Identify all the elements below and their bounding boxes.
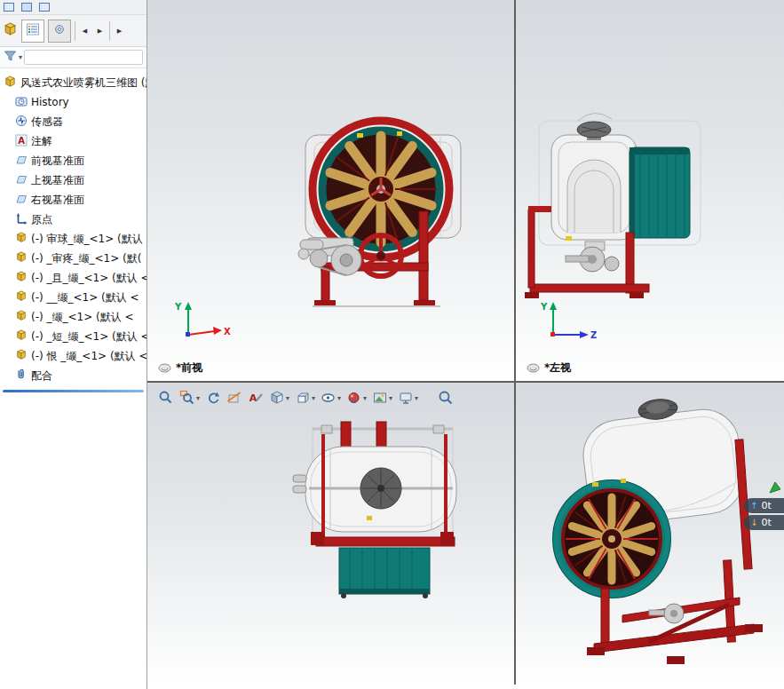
display-style-button[interactable]: ▾: [293, 386, 317, 409]
view-orientation-icon: [269, 390, 285, 406]
component-icon: [15, 349, 28, 363]
panel-expand-button[interactable]: ▶: [114, 22, 125, 40]
tree-item-label: (-) _短_缬_<1> (默认 <: [31, 329, 147, 344]
tree-item-annotations[interactable]: A 注解: [0, 131, 147, 151]
tree-item-label: (-) _缬_<1> (默认 <: [31, 310, 134, 325]
caret-down-icon: ▾: [389, 394, 392, 402]
viewport-front[interactable]: Y X *前视: [147, 0, 514, 381]
heads-up-toolbar: ▾ A: [156, 386, 455, 409]
pin-icon[interactable]: [39, 3, 50, 12]
tree-filter-input[interactable]: [24, 50, 143, 65]
axis-z-label: Z: [590, 330, 597, 340]
orientation-triad: Y Z: [539, 297, 601, 344]
tree-item-label: 前视基准面: [31, 154, 84, 169]
component-icon: [15, 251, 28, 265]
tree-item-component[interactable]: (-) _且_缬_<1> (默认 <: [0, 268, 147, 288]
tree-item-label: 上视基准面: [31, 173, 84, 188]
tree-item-top-plane[interactable]: 上视基准面: [0, 170, 147, 190]
tree-item-component[interactable]: (-) _短_缬_<1> (默认 <: [0, 327, 147, 346]
caret-down-icon: ▾: [196, 394, 200, 402]
tree-root-assembly[interactable]: 风送式农业喷雾机三维图 (默: [0, 73, 147, 92]
view-settings-button[interactable]: ▾: [396, 386, 420, 409]
rollback-bar[interactable]: [3, 390, 144, 392]
tab-feature-manager[interactable]: [21, 20, 44, 43]
tree-item-component[interactable]: (-) _审疼_缬_<1> (默(: [0, 249, 147, 268]
component-icon: [15, 232, 28, 246]
caret-down-icon: ▾: [337, 394, 341, 402]
section-view-icon: [226, 390, 242, 406]
annotation-view-icon: A: [248, 390, 264, 406]
tree-item-label: (-) _审疼_缬_<1> (默(: [31, 251, 141, 266]
caret-down-icon: ▾: [312, 394, 315, 402]
plane-icon: [15, 154, 28, 169]
tree-item-label: 传感器: [31, 115, 63, 130]
viewport-isometric[interactable]: ↑ 0t ↓ 0t: [516, 383, 784, 685]
tree-item-component[interactable]: (-) 审球_缬_<1> (默认 <: [0, 229, 147, 249]
component-icon: [15, 271, 28, 285]
svg-text:A: A: [18, 136, 25, 146]
origin-icon: [15, 212, 28, 227]
scene-icon: [372, 390, 388, 406]
magnifier-button[interactable]: [436, 386, 455, 409]
tree-item-history[interactable]: History: [0, 92, 147, 112]
zoom-to-area-button[interactable]: ▾: [178, 386, 202, 409]
funnel-caret-icon[interactable]: ▾: [19, 53, 22, 61]
tree-item-origin[interactable]: 原点: [0, 210, 147, 229]
caret-down-icon: ▾: [415, 394, 418, 402]
annotation-view-button[interactable]: A: [246, 386, 265, 409]
tree-item-front-plane[interactable]: 前视基准面: [0, 151, 147, 170]
tree-item-sensors[interactable]: 传感器: [0, 112, 147, 131]
magnifier-icon: [438, 390, 454, 406]
tree-item-component[interactable]: (-) 恨 _缬_<1> (默认 <: [0, 346, 147, 366]
assembly-icon: [4, 75, 17, 91]
model-render-top: [147, 383, 514, 685]
tree-item-label: (-) 恨 _缬_<1> (默认 <: [31, 349, 147, 364]
tree-item-component[interactable]: (-) _缬_<1> (默认 <: [0, 307, 147, 327]
component-icon: [15, 310, 28, 324]
feature-manager-panel: ◀ ▶ ▶ ▾: [0, 0, 147, 689]
window-icon[interactable]: [4, 3, 14, 12]
axis-y-label: Y: [540, 302, 548, 312]
zoom-to-fit-button[interactable]: [156, 386, 176, 409]
grid-icon[interactable]: [21, 3, 32, 12]
previous-view-icon: [205, 390, 221, 406]
tree-item-mates[interactable]: 配合: [0, 366, 147, 385]
assembly-document-icon: [3, 22, 18, 40]
tab-separator: [75, 21, 75, 41]
tree-item-label: 配合: [31, 368, 52, 384]
mini-toolbar: [0, 0, 147, 15]
tree-item-label: 原点: [31, 212, 52, 227]
tree-item-label: 右视基准面: [31, 193, 84, 208]
tree-filter-row: ▾: [0, 47, 147, 68]
axis-arrow-marker: [769, 480, 781, 497]
funnel-icon[interactable]: [4, 49, 17, 66]
model-render-isometric: [516, 383, 784, 685]
tree-item-right-plane[interactable]: 右视基准面: [0, 190, 147, 210]
overlay-down-value: 0t: [761, 517, 771, 528]
apply-scene-button[interactable]: ▾: [370, 386, 394, 409]
tab-property-manager[interactable]: [48, 20, 71, 43]
view-orientation-badge-icon: [158, 363, 171, 373]
solidworks-window: ◀ ▶ ▶ ▾: [0, 0, 784, 689]
tab-scroll-left-button[interactable]: ◀: [79, 22, 91, 40]
edit-appearance-button[interactable]: ▾: [344, 386, 368, 409]
plane-icon: [15, 193, 28, 208]
viewport-top[interactable]: ▾ A: [147, 383, 514, 685]
tree-item-label: (-) __缬_<1> (默认 <: [31, 290, 139, 305]
tree-item-label: 注解: [31, 134, 52, 149]
hide-show-items-button[interactable]: ▾: [319, 386, 343, 409]
viewport-left[interactable]: Y Z *左视: [516, 0, 784, 381]
zoom-area-icon: [179, 390, 195, 406]
component-icon: [15, 290, 28, 305]
section-view-button[interactable]: [225, 386, 244, 409]
orientation-triad: Y X: [170, 297, 233, 344]
tree-item-label: History: [31, 96, 69, 108]
tree-item-component[interactable]: (-) __缬_<1> (默认 <: [0, 288, 147, 307]
tree-item-label: (-) _且_缬_<1> (默认 <: [31, 271, 147, 286]
feature-tree-icon: [26, 22, 40, 40]
tree-root-label: 风送式农业喷雾机三维图 (默: [20, 75, 147, 91]
tab-scroll-right-button[interactable]: ▶: [94, 22, 106, 40]
paperclip-icon: [15, 368, 28, 384]
previous-view-button[interactable]: [203, 386, 223, 409]
view-orientation-button[interactable]: ▾: [267, 386, 291, 409]
